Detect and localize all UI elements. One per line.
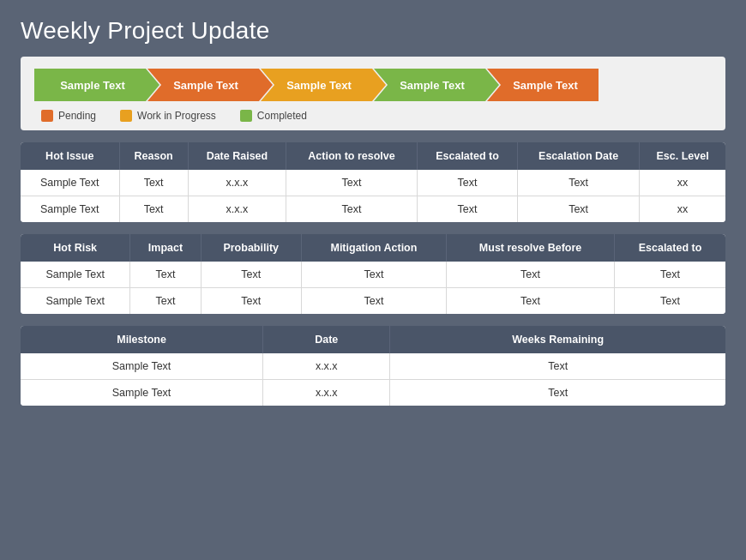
page-container: Weekly Project Update Sample TextSample …	[0, 0, 746, 560]
table-cell: Text	[615, 262, 725, 288]
table-cell: xx	[640, 196, 725, 223]
arrow-orange2: Sample Text	[487, 69, 599, 101]
progress-section: Sample TextSample TextSample TextSample …	[21, 57, 725, 130]
table-cell: x.x.x	[263, 380, 390, 406]
table-cell: xx	[640, 170, 725, 196]
col-header: Weeks Remaining	[390, 326, 725, 353]
col-header: Escalation Date	[518, 142, 640, 170]
legend-color-box	[240, 110, 252, 122]
table-cell: x.x.x	[188, 170, 286, 196]
hot-risk-table-section: Hot RiskImpactProbabilityMitigation Acti…	[21, 234, 725, 314]
table-cell: Text	[615, 288, 725, 315]
arrow-green: Sample Text	[34, 69, 146, 101]
col-header: Hot Risk	[21, 234, 130, 262]
legend-item: Pending	[41, 110, 96, 122]
table-cell: Text	[130, 262, 201, 288]
col-header: Probability	[201, 234, 301, 262]
hot-issue-header-row: Hot IssueReasonDate RaisedAction to reso…	[21, 142, 725, 170]
milestone-tbody: Sample Textx.x.xTextSample Textx.x.xText	[21, 353, 725, 406]
table-row: Sample TextTextTextTextTextText	[21, 262, 725, 288]
table-cell: Text	[390, 353, 725, 380]
hot-issue-tbody: Sample TextTextx.x.xTextTextTextxxSample…	[21, 170, 725, 222]
hot-issue-thead: Hot IssueReasonDate RaisedAction to reso…	[21, 142, 725, 170]
table-cell: Text	[447, 262, 615, 288]
hot-risk-header-row: Hot RiskImpactProbabilityMitigation Acti…	[21, 234, 725, 262]
table-cell: Text	[286, 196, 418, 223]
col-header: Reason	[119, 142, 188, 170]
col-header: Milestone	[21, 326, 263, 353]
table-cell: Text	[119, 196, 188, 223]
table-cell: Sample Text	[21, 262, 130, 288]
legend-color-box	[120, 110, 132, 122]
hot-risk-thead: Hot RiskImpactProbabilityMitigation Acti…	[21, 234, 725, 262]
table-cell: x.x.x	[188, 196, 286, 223]
arrow-orange: Sample Text	[147, 69, 259, 101]
table-row: Sample Textx.x.xText	[21, 380, 725, 406]
legend-label: Completed	[257, 110, 307, 122]
col-header: Escalated to	[418, 142, 518, 170]
legend-label: Pending	[58, 110, 96, 122]
col-header: Mitigation Action	[301, 234, 446, 262]
table-cell: Text	[447, 288, 615, 315]
col-header: Must resolve Before	[447, 234, 615, 262]
hot-risk-table: Hot RiskImpactProbabilityMitigation Acti…	[21, 234, 725, 314]
table-cell: Text	[130, 288, 201, 315]
table-cell: Text	[286, 170, 418, 196]
table-cell: Text	[418, 196, 518, 223]
col-header: Esc. Level	[640, 142, 725, 170]
table-cell: Sample Text	[21, 353, 263, 380]
col-header: Impact	[130, 234, 201, 262]
milestone-thead: MilestoneDateWeeks Remaining	[21, 326, 725, 353]
table-row: Sample TextTextx.x.xTextTextTextxx	[21, 170, 725, 196]
arrow-green2: Sample Text	[374, 69, 485, 101]
table-cell: Text	[301, 288, 446, 315]
table-cell: Text	[119, 170, 188, 196]
legend-row: PendingWork in ProgressCompleted	[34, 110, 712, 122]
legend-color-box	[41, 110, 53, 122]
milestone-table: MilestoneDateWeeks Remaining Sample Text…	[21, 326, 725, 406]
table-cell: Text	[518, 170, 640, 196]
legend-item: Completed	[240, 110, 307, 122]
col-header: Date Raised	[188, 142, 286, 170]
table-row: Sample Textx.x.xText	[21, 353, 725, 380]
table-cell: Text	[418, 170, 518, 196]
col-header: Escalated to	[615, 234, 725, 262]
hot-issue-table: Hot IssueReasonDate RaisedAction to reso…	[21, 142, 725, 222]
table-cell: Sample Text	[21, 288, 130, 315]
table-cell: Text	[390, 380, 725, 406]
table-cell: Sample Text	[21, 196, 119, 223]
table-row: Sample TextTextx.x.xTextTextTextxx	[21, 196, 725, 223]
table-cell: Text	[201, 288, 301, 315]
hot-risk-tbody: Sample TextTextTextTextTextTextSample Te…	[21, 262, 725, 314]
col-header: Action to resolve	[286, 142, 418, 170]
legend-label: Work in Progress	[137, 110, 216, 122]
page-title: Weekly Project Update	[21, 17, 725, 45]
table-cell: x.x.x	[263, 353, 390, 380]
hot-issue-table-section: Hot IssueReasonDate RaisedAction to reso…	[21, 142, 725, 222]
col-header: Date	[263, 326, 390, 353]
table-cell: Sample Text	[21, 170, 119, 196]
milestone-header-row: MilestoneDateWeeks Remaining	[21, 326, 725, 353]
table-row: Sample TextTextTextTextTextText	[21, 288, 725, 315]
arrow-row: Sample TextSample TextSample TextSample …	[34, 69, 712, 101]
table-cell: Text	[201, 262, 301, 288]
col-header: Hot Issue	[21, 142, 119, 170]
milestone-table-section: MilestoneDateWeeks Remaining Sample Text…	[21, 326, 725, 406]
legend-item: Work in Progress	[120, 110, 216, 122]
arrow-yellow: Sample Text	[261, 69, 372, 101]
table-cell: Text	[518, 196, 640, 223]
table-cell: Sample Text	[21, 380, 263, 406]
table-cell: Text	[301, 262, 446, 288]
